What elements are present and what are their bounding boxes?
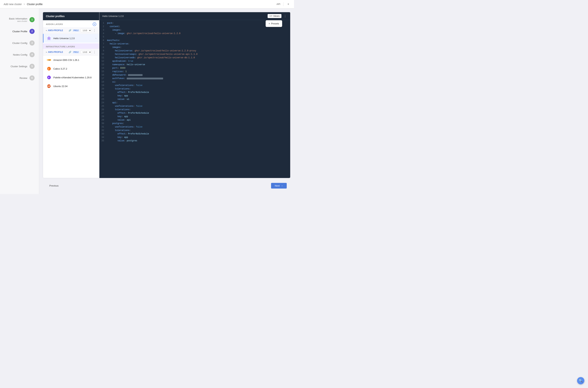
close-button[interactable]: × [286, 2, 290, 6]
code-line-28: 28 key: app [99, 115, 290, 119]
calico-icon: C [46, 66, 51, 71]
code-line-29: 29 value: api [99, 119, 290, 122]
sidebar-item-label: Cluster Profile [12, 30, 27, 33]
svg-point-13 [50, 87, 51, 87]
sidebar-step-4: 4 [29, 52, 35, 57]
code-line-26: 26 tolerations: [99, 108, 290, 112]
code-line-24: 24 api: [99, 101, 290, 105]
hello-universe-chevron: › [96, 37, 96, 40]
right-panel-header: Hello Universe 1.2.0 </> Values ⋮ [99, 12, 290, 20]
sidebar-item-label: Basic Information [9, 17, 27, 20]
sidebar-item-text: Cluster Settings [11, 65, 27, 68]
ubuntu-layer[interactable]: Ubuntu 22.04 [43, 82, 99, 91]
infra-more-button[interactable]: ⋮ [93, 50, 96, 54]
code-line-17: 17 authToken: ​ [99, 77, 290, 81]
infra-version-select[interactable]: 1.0.0 [81, 50, 91, 54]
previous-button[interactable]: Previous [46, 183, 62, 189]
main-panel: Cluster profiles ADDON LAYERS + ▾ AWS-PR… [43, 12, 290, 178]
right-panel: Hello Universe 1.2.0 </> Values ⋮ ▾ Pres… [99, 12, 290, 178]
code-line-31: 31 useTolerations: false [99, 126, 290, 129]
right-panel-title: Hello Universe 1.2.0 [102, 15, 124, 18]
code-line-6: 6 manifests: [99, 39, 290, 43]
infra-aws-profile-row: ▾ AWS-PROFILE 🔗 PROJ 1.0.0 ⋮ [43, 49, 99, 56]
sidebar-item-label: Cluster Settings [11, 65, 27, 68]
svg-text:C: C [48, 68, 49, 70]
palette-k8s-layer[interactable]: P Palette eXtended Kubernetes 1.29.8 [43, 73, 99, 82]
code-line-1: 1 pack: [99, 22, 290, 25]
code-line-22: 22 key: app [99, 95, 290, 98]
content-area: Cluster profiles ADDON LAYERS + ▾ AWS-PR… [39, 8, 294, 194]
svg-point-10 [48, 86, 49, 87]
left-panel: Cluster profiles ADDON LAYERS + ▾ AWS-PR… [43, 12, 99, 178]
infra-badge: PROJ [72, 51, 80, 53]
code-line-3: 3 images: [99, 29, 290, 32]
code-line-18: 18 ui: [99, 81, 290, 84]
palette-k8s-name: Palette eXtended Kubernetes 1.29.8 [53, 76, 96, 79]
addon-version-select[interactable]: 1.0.0 [81, 29, 91, 32]
sidebar-item-cluster-settings[interactable]: Cluster Settings 5 [0, 60, 39, 72]
svg-rect-3 [47, 60, 48, 60]
code-line-20: 20 tolerations: [99, 88, 290, 91]
code-line-2: 2 content: [99, 25, 290, 29]
sidebar-item-text: Nodes Config [13, 53, 27, 56]
sidebar-item-label: Cluster Config [12, 42, 27, 45]
sidebar-item-text: Cluster Config [12, 42, 27, 45]
code-line-33: 33 effect: PreferNoSchedule [99, 133, 290, 136]
code-line-11: 11 hellouniversedb: ghcr.io/spectrocloud… [99, 56, 290, 60]
sidebar-item-text: Review [20, 77, 27, 79]
sidebar-step-1: 1 [29, 17, 35, 22]
next-arrow-icon: → [281, 184, 283, 187]
sidebar-item-basic-information[interactable]: Basic Information aws-cluster 1 [0, 14, 39, 25]
infra-profile-chevron[interactable]: ▾ [46, 51, 47, 53]
ubuntu-icon [46, 84, 51, 89]
code-line-12: 12 apiEnabled: true [99, 60, 290, 63]
addon-link-icon: 🔗 [69, 29, 71, 32]
breadcrumb-separator: > [24, 3, 26, 6]
sidebar-item-cluster-config[interactable]: Cluster Config 3 [0, 37, 39, 49]
amazon-ebs-layer[interactable]: aws Amazon EBS CSI 1.26.1 [43, 56, 99, 64]
code-line-9: 9 hellouniverse: ghcr.io/spectrocloud/he… [99, 49, 290, 53]
sidebar-item-nodes-config[interactable]: Nodes Config 4 [0, 49, 39, 60]
bottom-bar: Previous Next → [43, 181, 290, 190]
code-line-32: 32 tolerations: [99, 129, 290, 133]
code-line-13: 13 namespace: hello-universe [99, 63, 290, 67]
calico-name: Calico 3.27.2 [53, 67, 96, 70]
right-panel-more-button[interactable]: ⋮ [283, 14, 287, 18]
sidebar-item-cluster-profile[interactable]: Cluster Profile 2 [0, 25, 39, 37]
sidebar-item-label: Nodes Config [13, 53, 27, 56]
sidebar-step-2: 2 [29, 29, 35, 34]
next-button[interactable]: Next → [271, 183, 287, 189]
addon-profile-name: AWS-PROFILE [48, 29, 68, 32]
presets-dropdown[interactable]: ▾ Presets [266, 20, 282, 27]
sidebar-item-review[interactable]: Review 6 [0, 72, 39, 84]
values-button[interactable]: </> Values [268, 14, 281, 18]
code-line-30: 30 postgres: [99, 122, 290, 126]
breadcrumb: Add new cluster > Cluster profile [4, 3, 43, 6]
infra-layers-label: INFRASTRUCTURE LAYERS [46, 46, 75, 48]
hello-universe-layer[interactable]: Hello Universe 1.2.0 › [43, 34, 99, 43]
amazon-ebs-icon: aws [46, 57, 51, 62]
svg-point-11 [47, 86, 48, 87]
presets-chevron-icon: ▾ [269, 22, 270, 25]
breadcrumb-current: Cluster profile [27, 3, 43, 6]
ubuntu-name: Ubuntu 22.04 [53, 85, 96, 88]
addon-aws-profile-row: ▾ AWS-PROFILE 🔗 PROJ 1.0.0 ⋮ [43, 27, 99, 34]
infra-link-icon: 🔗 [69, 51, 71, 53]
calico-layer[interactable]: C Calico 3.27.2 [43, 64, 99, 73]
next-label: Next [275, 184, 280, 187]
addon-more-button[interactable]: ⋮ [93, 29, 96, 32]
sidebar-step-5: 5 [29, 64, 35, 69]
add-addon-button[interactable]: + [93, 23, 96, 26]
code-line-27: 27 effect: PreferNoSchedule [99, 112, 290, 115]
addon-profile-chevron[interactable]: ▾ [46, 29, 47, 31]
sidebar-item-label: Review [20, 77, 27, 79]
cluster-profiles-title: Cluster profiles [46, 15, 65, 18]
api-link[interactable]: API [276, 3, 280, 5]
svg-point-12 [50, 85, 51, 86]
sidebar-step-3: 3 [29, 40, 35, 46]
presets-label: Presets [271, 22, 279, 25]
addon-badge: PROJ [72, 29, 80, 32]
hello-universe-icon [46, 36, 51, 41]
breadcrumb-parent: Add new cluster [4, 3, 22, 6]
code-line-4: 4 - image: ghcr.io/spectrocloud/hello-un… [99, 32, 290, 36]
